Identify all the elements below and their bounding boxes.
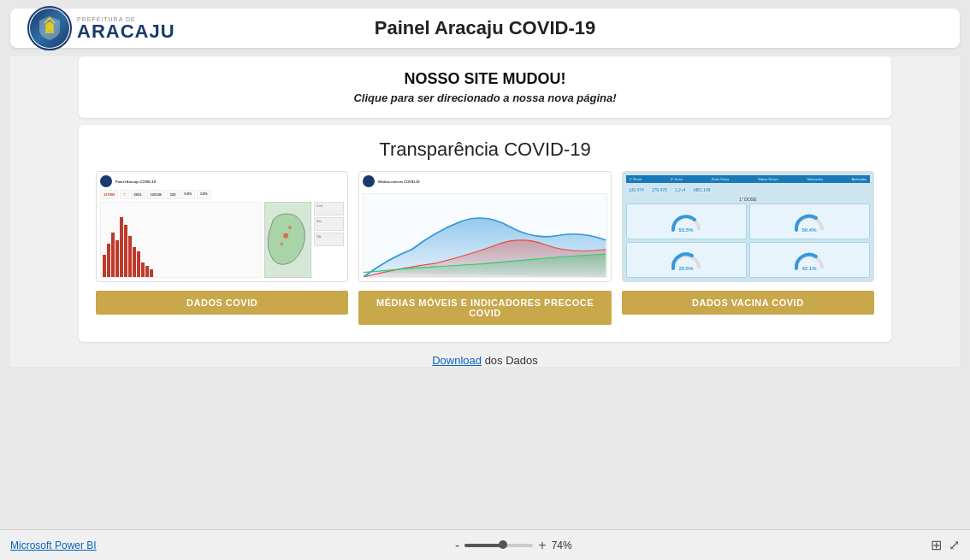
covid-right-col: Conf. Rec. Obt. bbox=[314, 202, 344, 278]
notice-subtitle: Clique para ser direcionado a nossa nova… bbox=[96, 91, 874, 104]
dados-vacina-preview: 1° Dose 2° Dose Dose Única Status Doses … bbox=[622, 171, 874, 282]
fit-page-icon[interactable]: ⊞ bbox=[931, 537, 942, 553]
medias-chart-mini bbox=[363, 193, 606, 278]
vacina-gauge-4: 42.1% bbox=[749, 242, 870, 278]
zoom-controls: - + 74% bbox=[455, 539, 572, 552]
transparency-panel: Transparência COVID-19 Painel Aracaju CO… bbox=[79, 125, 891, 342]
svg-rect-1 bbox=[45, 29, 48, 33]
dados-vacina-button[interactable]: DADOS VACINA COVID bbox=[622, 291, 874, 315]
zoom-slider[interactable] bbox=[464, 544, 533, 547]
covid-chart-mini bbox=[100, 202, 262, 278]
logo-svg bbox=[36, 15, 63, 42]
svg-text:53.5%: 53.5% bbox=[679, 227, 695, 233]
svg-point-4 bbox=[284, 233, 289, 239]
svg-text:42.1%: 42.1% bbox=[802, 266, 818, 271]
header-title: Painel Aracaju COVID-19 bbox=[375, 17, 595, 39]
medias-moveis-card: Médias-móveis COVID-19 bbox=[358, 171, 611, 325]
vacina-gauge-3: 20.5% bbox=[626, 242, 747, 278]
cards-row: Painel Aracaju COVID-19 127669 7 2411 12… bbox=[96, 171, 874, 325]
svg-point-5 bbox=[288, 226, 292, 229]
dados-covid-card: Painel Aracaju COVID-19 127669 7 2411 12… bbox=[96, 171, 348, 315]
dados-covid-button[interactable]: DADOS COVID bbox=[96, 291, 348, 315]
vacina-gauge-1: 53.5% bbox=[626, 203, 747, 239]
svg-text:20.5%: 20.5% bbox=[679, 266, 695, 271]
notice-banner[interactable]: NOSSO SITE MUDOU! Clique para ser direci… bbox=[79, 56, 891, 118]
covid-map-mini bbox=[264, 202, 311, 278]
logo-text: PREFEITURA DE ARACAJU bbox=[77, 16, 175, 41]
vacina-header: 1° Dose 2° Dose Dose Única Status Doses … bbox=[626, 175, 870, 183]
city-name: ARACAJU bbox=[77, 22, 175, 41]
view-icons: ⊞ ⤢ bbox=[931, 537, 960, 553]
dados-vacina-card: 1° Dose 2° Dose Dose Única Status Doses … bbox=[622, 171, 874, 315]
header: PREFEITURA DE ARACAJU Painel Aracaju COV… bbox=[10, 9, 960, 48]
medias-moveis-preview: Médias-móveis COVID-19 bbox=[358, 171, 611, 282]
download-footer: Download dos Dados bbox=[10, 354, 960, 367]
transparency-title: Transparência COVID-19 bbox=[96, 139, 874, 161]
powerbi-link[interactable]: Microsoft Power BI bbox=[10, 539, 97, 551]
medias-moveis-button[interactable]: MÉDIAS MÓVEIS E INDICADORES PRECOCE COVI… bbox=[358, 291, 611, 325]
svg-text:50.4%: 50.4% bbox=[802, 227, 818, 233]
zoom-level: 74% bbox=[552, 539, 572, 551]
vacina-gauge-grid: 53.5% 50.4% bbox=[626, 203, 870, 278]
bottom-bar: Microsoft Power BI - + 74% ⊞ ⤢ bbox=[0, 529, 970, 560]
fullscreen-icon[interactable]: ⤢ bbox=[949, 537, 960, 553]
logo-circle bbox=[27, 6, 72, 50]
main-content: NOSSO SITE MUDOU! Clique para ser direci… bbox=[10, 56, 960, 367]
download-link[interactable]: Download bbox=[432, 354, 482, 367]
vacina-gauge-2: 50.4% bbox=[749, 203, 870, 239]
svg-point-6 bbox=[281, 242, 284, 245]
notice-title: NOSSO SITE MUDOU! bbox=[96, 70, 874, 88]
zoom-plus-button[interactable]: + bbox=[538, 539, 546, 552]
download-rest: dos Dados bbox=[482, 354, 538, 367]
svg-rect-2 bbox=[51, 29, 54, 33]
logo-inner bbox=[30, 9, 69, 48]
dados-covid-preview: Painel Aracaju COVID-19 127669 7 2411 12… bbox=[96, 171, 348, 282]
svg-rect-3 bbox=[48, 31, 51, 33]
zoom-minus-button[interactable]: - bbox=[455, 539, 459, 552]
header-logo: PREFEITURA DE ARACAJU bbox=[27, 6, 175, 50]
